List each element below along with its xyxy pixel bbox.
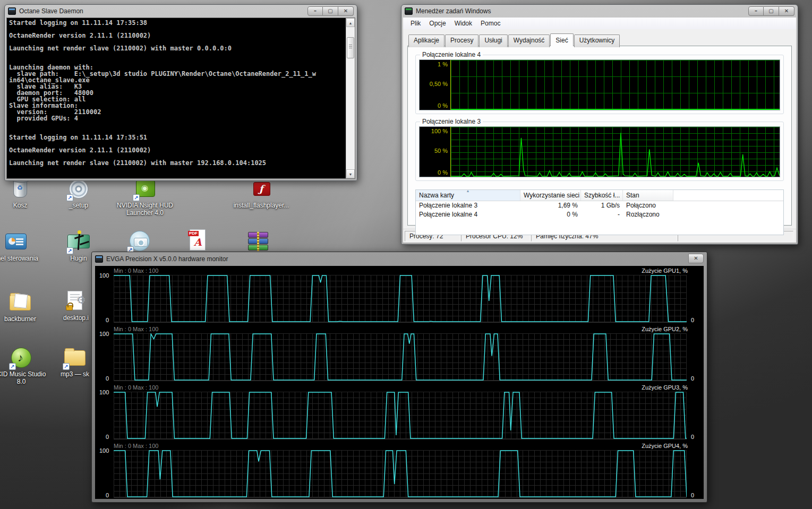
shortcut-arrow-icon: ↗ <box>9 363 16 370</box>
desktop-icon-panel-sterowania[interactable]: anel sterowania <box>0 230 41 262</box>
menu-widok[interactable]: Widok <box>450 19 476 28</box>
y-tick: 0,50 % <box>430 81 448 87</box>
maximize-button[interactable]: ▢ <box>323 6 338 16</box>
tab-aplikacje[interactable]: Aplikacje <box>408 34 445 47</box>
console-line: Started logging on 11.11.14 17:35:38 <box>9 20 343 26</box>
icon-label: install_flashplayer... <box>232 202 290 209</box>
winrar-icon <box>248 232 268 251</box>
desktop-icon-camera[interactable]: ↗ <box>114 229 165 253</box>
pdf-icon: PDF <box>190 229 206 251</box>
evga-client: Min : 0 Max : 100 Zużycie GPU1, % 100 0 … <box>95 266 704 499</box>
col-wykorzystanie[interactable]: Wykorzystanie sieci <box>520 190 581 201</box>
col-stan[interactable]: Stan <box>623 190 673 201</box>
taskmgr-title-bar[interactable]: Menedżer zadań Windows – ▢ ✕ <box>401 5 798 18</box>
desktop-icon-backburner[interactable]: backburner <box>0 291 46 323</box>
right-zero-label: 0 <box>691 434 694 440</box>
col-nazwa-karty[interactable]: ▲Nazwa karty <box>416 190 520 201</box>
minimize-button[interactable]: – <box>307 6 323 16</box>
taskmgr-client: Plik Opcje Widok Pomoc Aplikacje Procesy… <box>403 18 796 243</box>
minmax-label: Min : 0 Max : 100 <box>114 326 158 332</box>
tab-uslugi[interactable]: Usługi <box>479 34 507 47</box>
cell-usage: 1,69 % <box>520 201 581 210</box>
console-window: Octane Slave Daemon – ▢ ✕ Started loggin… <box>4 4 357 181</box>
task-manager-window: Menedżer zadań Windows – ▢ ✕ Plik Opcje … <box>401 4 798 245</box>
icon-label: _setup <box>53 202 104 209</box>
menu-bar: Plik Opcje Widok Pomoc <box>403 18 796 29</box>
table-row[interactable]: Połączenie lokalne 4 0 % - Rozłączono <box>416 210 783 219</box>
close-button[interactable]: ✕ <box>779 6 794 16</box>
gpu2-panel: Min : 0 Max : 100 Zużycie GPU2, % 100 0 … <box>95 324 704 383</box>
gpu4-usage-graph <box>114 450 687 498</box>
desktop-icon-nvidia-nsight[interactable]: ↗ NVIDIA Nsight HUDLauncher 4.0 <box>113 177 177 217</box>
console-text: Started logging on 11.11.14 17:35:38Octa… <box>9 20 343 166</box>
desktop-icon-pdf[interactable]: PDF <box>172 228 223 252</box>
col-szybkosc[interactable]: Szybkość ł... <box>581 190 623 201</box>
console-line: OctaneRender version 2.11.1 (2110002) <box>9 32 343 39</box>
gpu2-usage-label: Zużycie GPU2, % <box>642 326 688 332</box>
window-title: Octane Slave Daemon <box>19 7 83 15</box>
control-panel-icon <box>5 234 27 249</box>
console-scrollbar[interactable]: ▲ ▼ <box>346 18 355 178</box>
menu-pomoc[interactable]: Pomoc <box>476 19 505 28</box>
gpu3-usage-graph <box>114 392 687 439</box>
icon-label: backburner <box>0 315 46 323</box>
evga-title-bar[interactable]: EVGA Precision X v5.0.0 hardware monitor… <box>92 252 707 266</box>
maximize-button[interactable]: ▢ <box>764 6 779 16</box>
taskmgr-window-icon <box>405 7 413 15</box>
tab-siec[interactable]: Sieć <box>550 33 573 46</box>
y-tick: 0 % <box>438 169 448 176</box>
gpu1-line-chart <box>114 275 687 322</box>
console-output: Started logging on 11.11.14 17:35:38Octa… <box>6 18 355 179</box>
menu-opcje[interactable]: Opcje <box>425 19 450 28</box>
desktop-icon-install-flashplayer[interactable]: install_flashplayer... <box>232 177 290 209</box>
close-button[interactable]: ✕ <box>338 6 354 16</box>
desktop: { "icons_glyphs": { "minimize": "–", "ma… <box>0 0 812 509</box>
console-line: OctaneRender version 2.11.1 (2110002) <box>9 147 343 153</box>
adapters-table: ▲Nazwa karty Wykorzystanie sieci Szybkoś… <box>415 189 784 235</box>
icon-label: NVIDIA Nsight HUDLauncher 4.0 <box>113 202 177 217</box>
scrollbar-thumb[interactable] <box>347 37 354 58</box>
minmax-label: Min : 0 Max : 100 <box>114 268 158 274</box>
gpu3-line-chart <box>114 392 687 439</box>
shortcut-arrow-icon: ↗ <box>133 194 140 201</box>
tab-procesy[interactable]: Procesy <box>445 34 478 47</box>
folder-icon <box>10 295 31 310</box>
group-lokalne-4: Połączenie lokalne 4 1 % 0,50 % 0 % <box>415 55 784 114</box>
lan3-line-chart <box>451 127 780 177</box>
y-min-label: 0 <box>106 492 109 498</box>
evga-window-icon <box>95 255 103 263</box>
y-tick: 50 % <box>434 148 448 154</box>
scroll-up-icon[interactable]: ▲ <box>346 18 355 27</box>
console-window-icon <box>8 7 16 15</box>
gpu1-usage-graph <box>114 275 687 323</box>
gpu1-usage-label: Zużycie GPU1, % <box>642 268 688 274</box>
desktop-icon-music-studio[interactable]: ↗ CID Music Studio8.0 <box>0 346 47 385</box>
menu-plik[interactable]: Plik <box>406 19 425 28</box>
scroll-down-icon[interactable]: ▼ <box>346 169 355 178</box>
console-title-bar[interactable]: Octane Slave Daemon – ▢ ✕ <box>5 5 357 18</box>
table-header: ▲Nazwa karty Wykorzystanie sieci Szybkoś… <box>416 190 783 201</box>
right-zero-label: 0 <box>691 317 694 323</box>
console-line: Launching net render slave (2110002) wit… <box>9 160 343 166</box>
minimize-button[interactable]: – <box>748 6 764 16</box>
group-lokalne-3: Połączenie lokalne 3 100 % 50 % 0 % <box>415 122 784 181</box>
minmax-label: Min : 0 Max : 100 <box>114 443 158 449</box>
desktop-icon-setup[interactable]: ↗ _setup <box>53 177 104 209</box>
sort-asc-icon: ▲ <box>466 190 470 193</box>
icon-label: Kosz <box>0 202 46 209</box>
gpu4-panel: Min : 0 Max : 100 Zużycie GPU4, % 100 0 … <box>95 441 704 499</box>
desktop-icon-kosz[interactable]: Kosz <box>0 177 46 209</box>
cell-usage: 0 % <box>520 210 581 219</box>
table-row[interactable]: Połączenie lokalne 3 1,69 % 1 Gb/s Połąc… <box>416 201 783 210</box>
shortcut-arrow-icon: ↗ <box>63 363 70 370</box>
desktop-icon-winrar[interactable] <box>232 230 283 253</box>
gpu4-line-chart <box>114 450 687 497</box>
close-button[interactable]: ✕ <box>688 254 704 263</box>
network-graph-lokalne-3: 100 % 50 % 0 % <box>419 126 780 177</box>
tab-uzytkownicy[interactable]: Użytkownicy <box>574 34 620 47</box>
y-max-label: 100 <box>99 331 109 337</box>
tab-strip: Aplikacje Procesy Usługi Wydajność Sieć … <box>403 29 796 46</box>
y-max-label: 100 <box>99 447 109 454</box>
tab-wydajnosc[interactable]: Wydajność <box>508 34 550 47</box>
window-title: Menedżer zadań Windows <box>416 7 491 15</box>
